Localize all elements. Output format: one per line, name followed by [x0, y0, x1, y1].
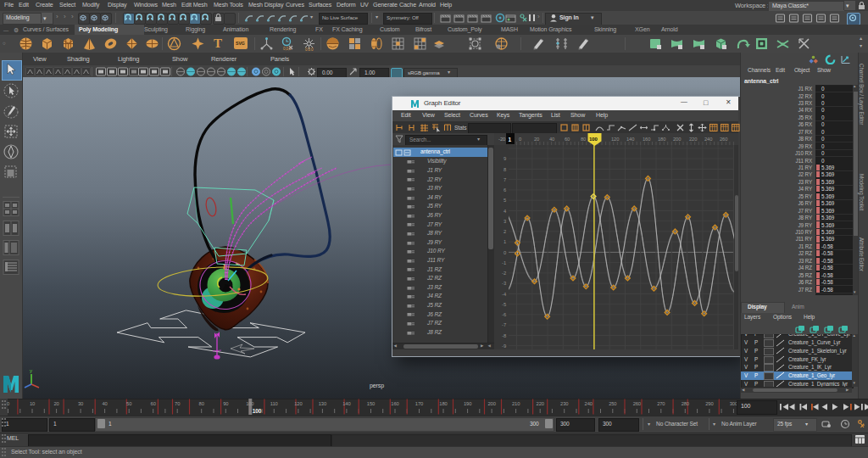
- svg-text:210: 210: [512, 401, 520, 406]
- svg-text:240: 240: [704, 137, 712, 142]
- svg-text:160: 160: [643, 137, 650, 142]
- svg-text:250: 250: [609, 401, 616, 406]
- svg-text:0: 0: [519, 137, 521, 142]
- svg-text:100: 100: [589, 137, 598, 142]
- svg-text:220: 220: [689, 137, 697, 142]
- svg-text:40: 40: [549, 137, 554, 142]
- svg-text:-7: -7: [502, 322, 506, 327]
- svg-text:40: 40: [102, 401, 107, 406]
- svg-text:240: 240: [585, 401, 593, 406]
- svg-text:160: 160: [391, 401, 398, 406]
- svg-text:120: 120: [294, 401, 302, 406]
- svg-text:5: 5: [504, 198, 506, 203]
- svg-text:80: 80: [199, 401, 204, 406]
- svg-text:7: 7: [504, 177, 506, 182]
- svg-text:-5: -5: [502, 302, 506, 307]
- svg-text:60: 60: [151, 401, 156, 406]
- svg-text:180: 180: [658, 137, 665, 142]
- svg-text:-9: -9: [502, 344, 506, 349]
- svg-text:2: 2: [504, 229, 506, 234]
- svg-text:290: 290: [705, 401, 713, 406]
- svg-text:280: 280: [682, 401, 689, 406]
- svg-text:190: 190: [464, 401, 471, 406]
- svg-text:-3: -3: [502, 281, 506, 286]
- svg-text:1: 1: [504, 239, 506, 244]
- svg-text:260: 260: [633, 401, 641, 406]
- svg-text:30: 30: [78, 401, 83, 406]
- svg-text:90: 90: [223, 401, 228, 406]
- svg-text:1: 1: [509, 137, 512, 142]
- svg-text:10: 10: [30, 401, 35, 406]
- svg-text:-2: -2: [502, 271, 506, 276]
- svg-text:20: 20: [534, 137, 539, 142]
- svg-text:180: 180: [439, 401, 447, 406]
- svg-text:50: 50: [126, 401, 131, 406]
- svg-text:0,0,0: 0,0,0: [305, 47, 314, 52]
- svg-text:-20: -20: [498, 137, 506, 142]
- svg-text:220: 220: [537, 401, 544, 406]
- svg-text:70: 70: [175, 401, 180, 406]
- svg-text:270: 270: [657, 401, 665, 406]
- svg-text:170: 170: [415, 401, 423, 406]
- svg-text:20: 20: [53, 401, 58, 406]
- svg-text:y: y: [30, 368, 32, 373]
- svg-text:-6: -6: [502, 312, 506, 317]
- svg-text:8: 8: [504, 167, 506, 172]
- svg-text:260: 260: [720, 137, 727, 142]
- svg-text:140: 140: [626, 137, 634, 142]
- svg-text:150: 150: [367, 401, 375, 406]
- svg-text:-8: -8: [502, 333, 506, 338]
- svg-text:80: 80: [581, 137, 586, 142]
- svg-text:60: 60: [565, 137, 570, 142]
- svg-text:0: 0: [7, 401, 9, 406]
- svg-text:100: 100: [253, 408, 262, 414]
- svg-text:0: 0: [504, 250, 506, 255]
- svg-text:3: 3: [504, 219, 506, 224]
- svg-text:6: 6: [504, 187, 506, 193]
- svg-text:120: 120: [611, 137, 619, 142]
- svg-text:0,0,0: 0,0,0: [283, 47, 292, 51]
- svg-text:110: 110: [270, 401, 278, 406]
- svg-text:200: 200: [487, 401, 495, 406]
- svg-text:9: 9: [504, 156, 506, 161]
- svg-text:140: 140: [342, 401, 350, 406]
- svg-text:230: 230: [560, 401, 568, 406]
- svg-text:100: 100: [246, 401, 253, 406]
- svg-text:-1: -1: [502, 260, 506, 265]
- svg-text:130: 130: [319, 401, 326, 406]
- svg-text:200: 200: [673, 137, 681, 142]
